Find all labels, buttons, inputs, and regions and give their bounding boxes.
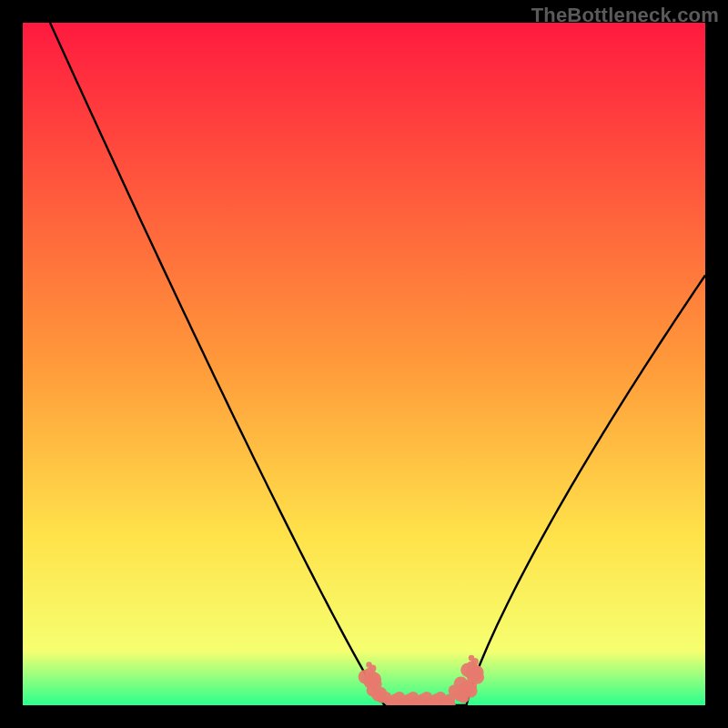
gradient-background xyxy=(23,23,705,705)
plot-svg xyxy=(23,23,705,705)
svg-point-53 xyxy=(460,682,474,696)
svg-point-64 xyxy=(366,662,371,667)
plot-area xyxy=(23,23,705,705)
svg-point-69 xyxy=(469,655,474,661)
chart-frame: TheBottleneck.com xyxy=(0,0,728,728)
